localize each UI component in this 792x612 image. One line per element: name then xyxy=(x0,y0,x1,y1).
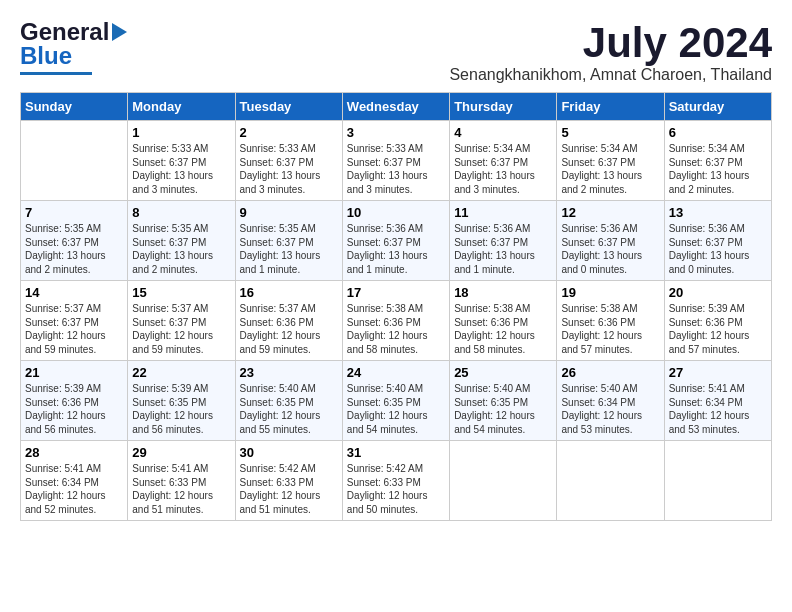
day-info: Sunrise: 5:34 AM Sunset: 6:37 PM Dayligh… xyxy=(454,142,552,196)
calendar-cell xyxy=(664,441,771,521)
day-number: 4 xyxy=(454,125,552,140)
day-number: 14 xyxy=(25,285,123,300)
day-info: Sunrise: 5:36 AM Sunset: 6:37 PM Dayligh… xyxy=(454,222,552,276)
day-info: Sunrise: 5:41 AM Sunset: 6:33 PM Dayligh… xyxy=(132,462,230,516)
day-info: Sunrise: 5:38 AM Sunset: 6:36 PM Dayligh… xyxy=(347,302,445,356)
day-number: 21 xyxy=(25,365,123,380)
calendar-cell: 12Sunrise: 5:36 AM Sunset: 6:37 PM Dayli… xyxy=(557,201,664,281)
calendar-cell: 9Sunrise: 5:35 AM Sunset: 6:37 PM Daylig… xyxy=(235,201,342,281)
location-title: Senangkhanikhom, Amnat Charoen, Thailand xyxy=(449,66,772,84)
day-number: 6 xyxy=(669,125,767,140)
calendar-cell: 29Sunrise: 5:41 AM Sunset: 6:33 PM Dayli… xyxy=(128,441,235,521)
day-info: Sunrise: 5:42 AM Sunset: 6:33 PM Dayligh… xyxy=(347,462,445,516)
day-number: 10 xyxy=(347,205,445,220)
week-row-4: 21Sunrise: 5:39 AM Sunset: 6:36 PM Dayli… xyxy=(21,361,772,441)
day-number: 11 xyxy=(454,205,552,220)
day-info: Sunrise: 5:33 AM Sunset: 6:37 PM Dayligh… xyxy=(240,142,338,196)
calendar-cell: 26Sunrise: 5:40 AM Sunset: 6:34 PM Dayli… xyxy=(557,361,664,441)
week-row-5: 28Sunrise: 5:41 AM Sunset: 6:34 PM Dayli… xyxy=(21,441,772,521)
day-number: 30 xyxy=(240,445,338,460)
day-info: Sunrise: 5:35 AM Sunset: 6:37 PM Dayligh… xyxy=(132,222,230,276)
day-info: Sunrise: 5:42 AM Sunset: 6:33 PM Dayligh… xyxy=(240,462,338,516)
day-number: 15 xyxy=(132,285,230,300)
calendar-cell: 3Sunrise: 5:33 AM Sunset: 6:37 PM Daylig… xyxy=(342,121,449,201)
calendar-cell: 20Sunrise: 5:39 AM Sunset: 6:36 PM Dayli… xyxy=(664,281,771,361)
day-info: Sunrise: 5:39 AM Sunset: 6:36 PM Dayligh… xyxy=(669,302,767,356)
day-info: Sunrise: 5:39 AM Sunset: 6:36 PM Dayligh… xyxy=(25,382,123,436)
day-number: 31 xyxy=(347,445,445,460)
calendar-cell: 10Sunrise: 5:36 AM Sunset: 6:37 PM Dayli… xyxy=(342,201,449,281)
day-number: 9 xyxy=(240,205,338,220)
day-info: Sunrise: 5:40 AM Sunset: 6:35 PM Dayligh… xyxy=(347,382,445,436)
calendar-cell: 28Sunrise: 5:41 AM Sunset: 6:34 PM Dayli… xyxy=(21,441,128,521)
logo-underline xyxy=(20,72,92,75)
weekday-header-monday: Monday xyxy=(128,93,235,121)
calendar-cell: 31Sunrise: 5:42 AM Sunset: 6:33 PM Dayli… xyxy=(342,441,449,521)
day-info: Sunrise: 5:37 AM Sunset: 6:36 PM Dayligh… xyxy=(240,302,338,356)
calendar-cell: 13Sunrise: 5:36 AM Sunset: 6:37 PM Dayli… xyxy=(664,201,771,281)
day-number: 18 xyxy=(454,285,552,300)
weekday-header-friday: Friday xyxy=(557,93,664,121)
day-info: Sunrise: 5:36 AM Sunset: 6:37 PM Dayligh… xyxy=(561,222,659,276)
day-info: Sunrise: 5:37 AM Sunset: 6:37 PM Dayligh… xyxy=(25,302,123,356)
calendar-table: SundayMondayTuesdayWednesdayThursdayFrid… xyxy=(20,92,772,521)
weekday-header-saturday: Saturday xyxy=(664,93,771,121)
calendar-cell: 11Sunrise: 5:36 AM Sunset: 6:37 PM Dayli… xyxy=(450,201,557,281)
weekday-header-tuesday: Tuesday xyxy=(235,93,342,121)
day-number: 16 xyxy=(240,285,338,300)
day-number: 23 xyxy=(240,365,338,380)
calendar-cell: 22Sunrise: 5:39 AM Sunset: 6:35 PM Dayli… xyxy=(128,361,235,441)
day-number: 8 xyxy=(132,205,230,220)
week-row-2: 7Sunrise: 5:35 AM Sunset: 6:37 PM Daylig… xyxy=(21,201,772,281)
calendar-cell: 21Sunrise: 5:39 AM Sunset: 6:36 PM Dayli… xyxy=(21,361,128,441)
day-info: Sunrise: 5:34 AM Sunset: 6:37 PM Dayligh… xyxy=(669,142,767,196)
calendar-cell: 14Sunrise: 5:37 AM Sunset: 6:37 PM Dayli… xyxy=(21,281,128,361)
day-number: 7 xyxy=(25,205,123,220)
weekday-header-wednesday: Wednesday xyxy=(342,93,449,121)
weekday-header-thursday: Thursday xyxy=(450,93,557,121)
calendar-cell xyxy=(450,441,557,521)
day-number: 25 xyxy=(454,365,552,380)
calendar-cell xyxy=(557,441,664,521)
calendar-cell: 6Sunrise: 5:34 AM Sunset: 6:37 PM Daylig… xyxy=(664,121,771,201)
calendar-cell: 2Sunrise: 5:33 AM Sunset: 6:37 PM Daylig… xyxy=(235,121,342,201)
calendar-cell: 1Sunrise: 5:33 AM Sunset: 6:37 PM Daylig… xyxy=(128,121,235,201)
day-info: Sunrise: 5:37 AM Sunset: 6:37 PM Dayligh… xyxy=(132,302,230,356)
calendar-cell: 8Sunrise: 5:35 AM Sunset: 6:37 PM Daylig… xyxy=(128,201,235,281)
day-number: 20 xyxy=(669,285,767,300)
logo-text: General xyxy=(20,20,109,44)
weekday-header-row: SundayMondayTuesdayWednesdayThursdayFrid… xyxy=(21,93,772,121)
calendar-cell: 24Sunrise: 5:40 AM Sunset: 6:35 PM Dayli… xyxy=(342,361,449,441)
day-number: 12 xyxy=(561,205,659,220)
calendar-cell xyxy=(21,121,128,201)
day-info: Sunrise: 5:40 AM Sunset: 6:35 PM Dayligh… xyxy=(240,382,338,436)
day-info: Sunrise: 5:34 AM Sunset: 6:37 PM Dayligh… xyxy=(561,142,659,196)
day-info: Sunrise: 5:33 AM Sunset: 6:37 PM Dayligh… xyxy=(347,142,445,196)
day-info: Sunrise: 5:35 AM Sunset: 6:37 PM Dayligh… xyxy=(240,222,338,276)
day-number: 1 xyxy=(132,125,230,140)
day-number: 24 xyxy=(347,365,445,380)
day-info: Sunrise: 5:38 AM Sunset: 6:36 PM Dayligh… xyxy=(561,302,659,356)
page-header: General Blue July 2024 Senangkhanikhom, … xyxy=(20,20,772,84)
calendar-cell: 5Sunrise: 5:34 AM Sunset: 6:37 PM Daylig… xyxy=(557,121,664,201)
title-block: July 2024 Senangkhanikhom, Amnat Charoen… xyxy=(449,20,772,84)
calendar-cell: 15Sunrise: 5:37 AM Sunset: 6:37 PM Dayli… xyxy=(128,281,235,361)
calendar-cell: 27Sunrise: 5:41 AM Sunset: 6:34 PM Dayli… xyxy=(664,361,771,441)
calendar-cell: 7Sunrise: 5:35 AM Sunset: 6:37 PM Daylig… xyxy=(21,201,128,281)
day-info: Sunrise: 5:40 AM Sunset: 6:35 PM Dayligh… xyxy=(454,382,552,436)
day-number: 19 xyxy=(561,285,659,300)
calendar-cell: 4Sunrise: 5:34 AM Sunset: 6:37 PM Daylig… xyxy=(450,121,557,201)
day-number: 13 xyxy=(669,205,767,220)
week-row-1: 1Sunrise: 5:33 AM Sunset: 6:37 PM Daylig… xyxy=(21,121,772,201)
day-number: 28 xyxy=(25,445,123,460)
day-info: Sunrise: 5:36 AM Sunset: 6:37 PM Dayligh… xyxy=(347,222,445,276)
day-number: 29 xyxy=(132,445,230,460)
day-number: 5 xyxy=(561,125,659,140)
day-number: 22 xyxy=(132,365,230,380)
day-info: Sunrise: 5:38 AM Sunset: 6:36 PM Dayligh… xyxy=(454,302,552,356)
calendar-cell: 25Sunrise: 5:40 AM Sunset: 6:35 PM Dayli… xyxy=(450,361,557,441)
calendar-cell: 17Sunrise: 5:38 AM Sunset: 6:36 PM Dayli… xyxy=(342,281,449,361)
day-number: 2 xyxy=(240,125,338,140)
day-info: Sunrise: 5:41 AM Sunset: 6:34 PM Dayligh… xyxy=(25,462,123,516)
month-title: July 2024 xyxy=(449,20,772,66)
